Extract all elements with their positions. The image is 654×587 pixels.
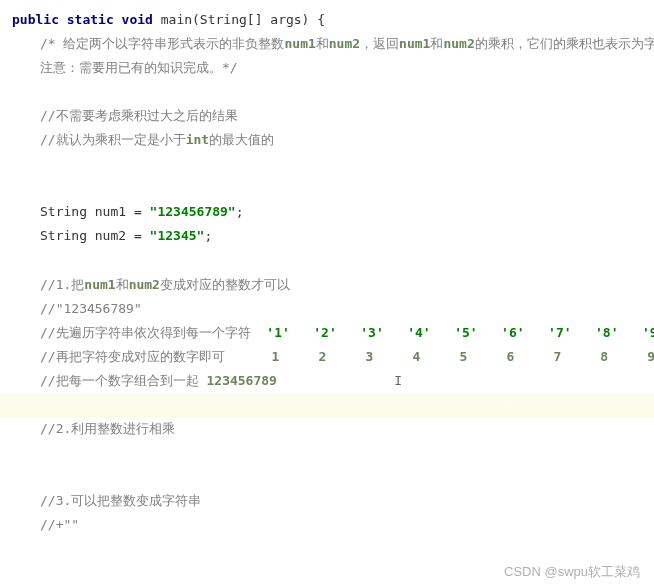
step1-iterate: //先遍历字符串依次得到每一个字符 '1' '2' '3' '4' '5' '6…: [40, 321, 642, 345]
comment-no-overflow: //不需要考虑乘积过大之后的结果: [40, 104, 642, 128]
step1-map: //再把字符变成对应的数字即可 1 2 3 4 5 6 7 8 9: [40, 345, 642, 369]
blank-line: [40, 152, 642, 176]
active-line[interactable]: [0, 393, 654, 417]
decl-num1: String num1 = "123456789";: [40, 200, 642, 224]
decl-num2: String num2 = "12345";: [40, 224, 642, 248]
blank-line: [40, 537, 642, 561]
step1-title: //1.把num1和num2变成对应的整数才可以: [40, 273, 642, 297]
method-signature: public static void main(String[] args) {: [12, 8, 642, 32]
watermark: CSDN @swpu软工菜鸡: [504, 560, 640, 584]
concat-comment: //+"": [40, 513, 642, 537]
step1-example: //"123456789": [40, 297, 642, 321]
step2: //2.利用整数进行相乘: [40, 417, 642, 441]
comment-int-max: //就认为乘积一定是小于int的最大值的: [40, 128, 642, 152]
step1-combine: //把每一个数字组合到一起 123456789 I: [40, 369, 642, 393]
doc-comment-line2: 注意：需要用已有的知识完成。*/: [40, 56, 642, 80]
blank-line: [40, 465, 642, 489]
blank-line: [40, 176, 642, 200]
doc-comment-line1: /* 给定两个以字符串形式表示的非负整数num1和num2，返回num1和num…: [40, 32, 642, 56]
blank-line: [40, 248, 642, 272]
blank-line: [40, 80, 642, 104]
text-caret-icon: I: [394, 373, 402, 388]
step3: //3.可以把整数变成字符串: [40, 489, 642, 513]
blank-line: [40, 441, 642, 465]
